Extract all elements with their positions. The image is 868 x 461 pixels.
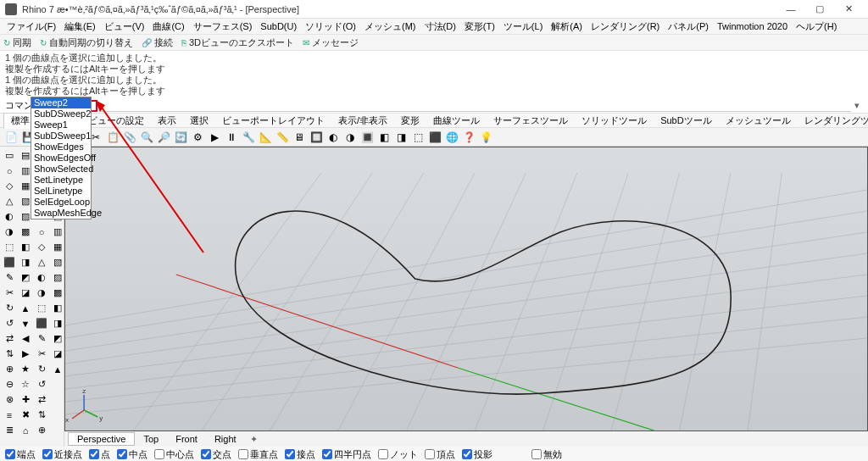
osnap-checkbox[interactable] — [5, 449, 15, 459]
toolbar-icon[interactable]: 📄 — [3, 130, 19, 145]
osnap-checkbox[interactable] — [238, 449, 248, 459]
menu-item[interactable]: サーフェス(S) — [190, 19, 256, 34]
toolbar-icon[interactable]: 🖥 — [292, 130, 307, 145]
side-tool-icon[interactable]: ◇ — [34, 240, 49, 254]
side-tool-icon[interactable]: ◩ — [50, 331, 65, 346]
menu-item[interactable]: ビュー(V) — [101, 19, 148, 34]
autocomplete-item[interactable]: SubDSweep1 — [31, 131, 91, 142]
side-tool-icon[interactable]: ↻ — [34, 362, 49, 376]
side-tool-icon[interactable]: △ — [34, 255, 49, 269]
osnap-item[interactable]: 投影 — [462, 448, 492, 461]
side-tool-icon[interactable]: ✂ — [34, 347, 49, 361]
toolbar-icon[interactable]: 🌐 — [444, 130, 459, 145]
side-tool-icon[interactable]: ✎ — [34, 331, 49, 346]
osnap-item[interactable]: 頂点 — [425, 448, 455, 461]
toolbar-icon[interactable]: ❓ — [461, 130, 476, 145]
toolbar-icon[interactable]: 🔲 — [309, 130, 324, 145]
side-tool-icon[interactable]: ⊕ — [2, 362, 17, 376]
side-tool-icon[interactable]: ⬛ — [2, 255, 17, 269]
side-tool-icon[interactable]: ◨ — [50, 316, 65, 330]
osnap-checkbox[interactable] — [378, 449, 388, 459]
side-tool-icon[interactable]: ○ — [2, 164, 17, 178]
side-tool-icon[interactable]: ≡ — [2, 408, 17, 422]
menu-item[interactable]: Twinmotion 2020 — [714, 20, 791, 32]
side-tool-icon[interactable]: ✎ — [2, 270, 17, 285]
menu-item[interactable]: 寸法(D) — [421, 19, 459, 34]
side-tool-icon[interactable]: ⊖ — [2, 377, 17, 392]
osnap-item[interactable]: 垂直点 — [238, 448, 278, 461]
toolbar-tab[interactable]: ビューポートレイアウト — [215, 114, 331, 128]
side-tool-icon[interactable]: ▦ — [50, 240, 65, 254]
osnap-checkbox[interactable] — [322, 449, 332, 459]
side-tool-icon[interactable]: ◐ — [2, 209, 17, 224]
osnap-item[interactable]: 交点 — [201, 448, 231, 461]
viewport-tab[interactable]: Front — [167, 433, 206, 445]
osnap-item[interactable]: ノット — [378, 448, 418, 461]
toolbar-tab[interactable]: SubDツール — [654, 114, 719, 128]
osnap-checkbox[interactable] — [425, 449, 435, 459]
maximize-button[interactable]: ▢ — [805, 1, 834, 18]
osnap-item[interactable]: 端点 — [5, 448, 36, 461]
side-tool-icon[interactable]: ⇄ — [2, 331, 17, 346]
side-tool-icon[interactable]: ⊕ — [34, 423, 49, 437]
toolbar-tab[interactable]: 曲線ツール — [426, 114, 487, 128]
menu-item[interactable]: SubD(U) — [257, 20, 300, 32]
menu-item[interactable]: ソリッド(O) — [302, 19, 359, 34]
menu-item[interactable]: 編集(E) — [61, 19, 99, 34]
side-tool-icon[interactable]: ⊗ — [2, 392, 17, 407]
autocomplete-item[interactable]: ShowSelected — [31, 164, 91, 175]
toolbar-tab[interactable]: 変形 — [394, 114, 426, 128]
toolbar-icon[interactable]: 🔍 — [139, 130, 154, 145]
toolbar-icon[interactable]: ◐ — [326, 130, 341, 145]
menu-item[interactable]: レンダリング(R) — [587, 19, 663, 34]
osnap-item[interactable]: 接点 — [285, 448, 315, 461]
osnap-checkbox[interactable] — [89, 449, 99, 459]
toolbar-icon[interactable]: ◨ — [393, 130, 409, 145]
side-tool-icon[interactable]: ▩ — [50, 286, 65, 300]
osnap-disable[interactable]: 無効 — [531, 448, 562, 461]
toolbar-icon[interactable]: 📏 — [275, 130, 290, 145]
side-tool-icon[interactable]: ↺ — [2, 316, 17, 330]
side-tool-icon[interactable]: ◧ — [18, 240, 33, 254]
side-tool-icon[interactable]: ✖ — [18, 408, 33, 422]
side-tool-icon[interactable]: ⬚ — [34, 301, 49, 315]
autocomplete-item[interactable]: Sweep2 — [31, 97, 91, 108]
menu-item[interactable]: 変形(T) — [461, 19, 498, 34]
toolbar-tab[interactable]: ビューの設定 — [81, 114, 151, 128]
side-tool-icon[interactable]: ◪ — [18, 286, 33, 300]
side-tool-icon[interactable]: ✂ — [2, 286, 17, 300]
toolbar-icon[interactable]: 🔄 — [173, 130, 188, 145]
autocomplete-item[interactable]: ShowEdges — [31, 142, 91, 153]
toolbar-tab[interactable]: 表示/非表示 — [331, 114, 394, 128]
menu-item[interactable]: ヘルプ(H) — [793, 19, 840, 34]
toolbar-icon[interactable]: 📋 — [105, 130, 120, 145]
side-tool-icon[interactable]: ⬚ — [2, 240, 17, 254]
side-tool-icon[interactable]: ▶ — [18, 347, 33, 361]
minimize-button[interactable]: — — [776, 1, 805, 18]
autocomplete-item[interactable]: SelEdgeLoop — [31, 197, 91, 208]
side-tool-icon[interactable]: ⇅ — [2, 347, 17, 361]
toolbar-icon[interactable]: 📐 — [258, 130, 273, 145]
osnap-checkbox[interactable] — [42, 449, 53, 459]
menu-item[interactable]: メッシュ(M) — [361, 19, 420, 34]
menu-item[interactable]: ファイル(F) — [3, 19, 59, 34]
toolbar-tab[interactable]: サーフェスツール — [487, 114, 575, 128]
side-tool-icon[interactable]: ◩ — [18, 270, 33, 285]
viewport-perspective[interactable]: z y x — [64, 147, 868, 431]
toolbar-icon[interactable]: 🔎 — [156, 130, 171, 145]
side-tool-icon[interactable]: ▲ — [18, 301, 33, 315]
osnap-item[interactable]: 近接点 — [42, 448, 82, 461]
side-tool-icon[interactable]: ⇅ — [34, 408, 49, 422]
viewport-tab-add[interactable]: ✦ — [245, 433, 263, 446]
osnap-checkbox[interactable] — [117, 449, 127, 459]
side-tool-icon[interactable]: ▲ — [50, 362, 65, 376]
toolbar-icon[interactable]: ⚙ — [190, 130, 205, 145]
side-tool-icon[interactable]: ▨ — [50, 270, 65, 285]
autocomplete-item[interactable]: ShowEdgesOff — [31, 153, 91, 164]
message-button[interactable]: ✉メッセージ — [303, 36, 359, 49]
toolbar-icon[interactable]: ⏸ — [224, 130, 239, 145]
osnap-checkbox[interactable] — [462, 449, 472, 459]
toolbar-tab[interactable]: レンダリングツール — [798, 114, 868, 128]
osnap-checkbox[interactable] — [154, 449, 164, 459]
side-tool-icon[interactable]: ⌂ — [18, 423, 33, 437]
